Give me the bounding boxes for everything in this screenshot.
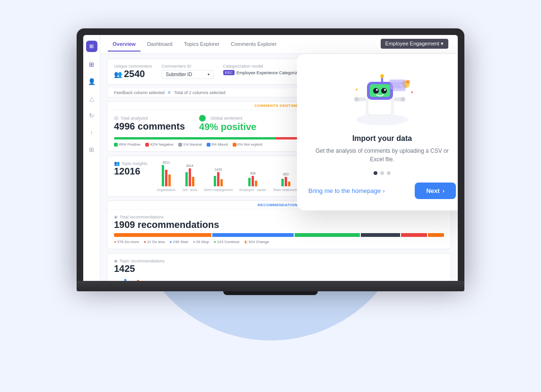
svg-point-16	[406, 80, 410, 84]
app-layout: III ⊞ 👤 △ ↻ ↑ ⊞ Overview Dashboard Topic…	[83, 35, 458, 281]
topic-insights-value: 12016	[114, 166, 148, 177]
popup-title: Import your data	[352, 134, 412, 143]
tab-topics[interactable]: Topics Explorer	[179, 37, 224, 52]
dot-2[interactable]	[380, 171, 384, 175]
chart-group-job: 2814 Job · work	[182, 164, 197, 192]
rec-bar-change	[361, 233, 400, 237]
app-logo[interactable]: III	[86, 41, 97, 52]
bar-positive	[114, 137, 276, 139]
legend-negative: 42% Negative	[145, 142, 174, 147]
tab-comments[interactable]: Comments Explorer	[226, 37, 281, 52]
svg-rect-2	[368, 98, 392, 115]
chevron-down-icon: ▾	[208, 72, 209, 77]
total-analyzed-label: Total analyzed	[121, 116, 148, 121]
topic-rec-label: Topic recommendations	[120, 259, 165, 263]
svg-point-12	[354, 97, 359, 102]
chevron-right-icon: ›	[383, 187, 384, 194]
chart-group-management: 1420 Direct management	[204, 168, 233, 192]
categorization-value: Employee Experience Categorization	[236, 70, 306, 75]
arrow-right-icon: ›	[443, 187, 445, 194]
legend-start: ● 236 Start	[170, 240, 188, 244]
rec-bar-stop	[428, 233, 444, 237]
popup-footer: Bring me to the homepage › Next ›	[308, 183, 456, 199]
global-sentiment-label: Global sentiment	[210, 116, 243, 121]
commenters-id-select[interactable]: Submitter ID ▾	[162, 70, 214, 79]
legend-dot-negative	[145, 143, 149, 147]
tab-overview[interactable]: Overview	[108, 37, 140, 52]
sidebar-icon-home[interactable]: ⊞	[87, 60, 96, 69]
sidebar: III ⊞ 👤 △ ↻ ↑ ⊞	[83, 35, 100, 281]
dot-3[interactable]	[387, 171, 391, 175]
legend-continue: ● 123 Continue	[214, 240, 239, 244]
bar-emp-orange	[255, 181, 257, 186]
bar-job-orange	[192, 177, 194, 186]
popup-description: Get the analysis of comments by uploadin…	[308, 147, 456, 164]
topic-rec-body: ◈ Topic recommendations 1425	[107, 253, 451, 281]
svg-rect-4	[370, 84, 390, 97]
rec-bar-do-less	[401, 233, 427, 237]
sidebar-icon-refresh[interactable]: ↻	[87, 111, 96, 120]
legend-dot-positive	[114, 143, 118, 147]
bar-mgmt-green	[214, 176, 216, 186]
import-data-popup: ✦ ✦ Import your data Get the	[297, 54, 458, 210]
sidebar-icon-grid[interactable]: ⊞	[87, 145, 96, 154]
topic-recommendations-card: ◈ Topic recommendations 1425	[107, 253, 451, 281]
unique-commenters-label: Unique commenters	[114, 64, 152, 69]
chart-group-employee: 908 Employee · career	[239, 172, 266, 192]
topic-rec-chart	[114, 276, 444, 281]
eec-tag: EEC	[223, 70, 235, 75]
recommendations-label: Total recommendations	[120, 215, 164, 219]
rec-bar-start	[212, 233, 294, 237]
chart-group-team: 853 Team relationship	[273, 173, 299, 192]
svg-text:✦: ✦	[410, 90, 414, 95]
legend-dot-neutral	[178, 143, 182, 147]
bar-team-green	[281, 179, 284, 186]
unique-commenters-stat: Unique commenters 👥 2540	[114, 64, 152, 79]
svg-point-10	[380, 74, 384, 78]
svg-point-8	[384, 89, 386, 91]
svg-point-7	[376, 89, 378, 91]
svg-point-5	[373, 88, 379, 94]
categorization-field: Categorization model EEC Employee Experi…	[223, 64, 307, 75]
topic-stat: 👥 Topic Insights 12016	[114, 161, 148, 179]
popup-dots	[374, 171, 391, 175]
unique-commenters-value: 2540	[124, 69, 145, 79]
laptop-bezel: III ⊞ 👤 △ ↻ ↑ ⊞ Overview Dashboard Topic…	[77, 28, 464, 281]
columns-selected-text: Total of 2 columns selected	[174, 90, 226, 95]
sentiment-icon	[199, 115, 206, 122]
bar-org-red	[165, 170, 167, 186]
legend-change: ◐ 924 Change	[244, 240, 270, 244]
global-sentiment-value: 49% positive	[199, 122, 256, 132]
dot-1[interactable]	[374, 171, 377, 175]
laptop-mockup: III ⊞ 👤 △ ↻ ↑ ⊞ Overview Dashboard Topic…	[77, 28, 464, 291]
legend-not-explicit: 6% Not explicit	[233, 142, 262, 147]
chart-group-organization: 4011 Organization	[157, 161, 176, 192]
sidebar-icon-chart[interactable]: △	[87, 94, 96, 103]
bar-emp-red	[252, 176, 254, 186]
robot-illustration: ✦ ✦	[344, 65, 420, 127]
legend-do-more: ● 576 Do more	[114, 240, 139, 244]
laptop-base	[77, 281, 464, 291]
employee-engagement-dropdown[interactable]: Employee Engagement ▾	[381, 39, 448, 49]
laptop-screen: III ⊞ 👤 △ ↻ ↑ ⊞ Overview Dashboard Topic…	[83, 35, 458, 281]
recommendations-value: 1909 recommendations	[114, 219, 444, 230]
tab-dashboard[interactable]: Dashboard	[142, 37, 177, 52]
recommendations-body: ◈ Total recommendations 1909 recommendat…	[107, 209, 451, 249]
recommendations-bar	[114, 233, 444, 237]
bar-team-orange	[288, 182, 290, 186]
homepage-link[interactable]: Bring me to the homepage ›	[308, 187, 385, 194]
main-content: Overview Dashboard Topics Explorer Comme…	[100, 35, 458, 281]
bar-mgmt-orange	[220, 179, 223, 186]
legend-positive: 49% Positive	[114, 142, 140, 147]
bar-job-green	[185, 172, 188, 186]
next-button[interactable]: Next ›	[415, 183, 456, 199]
sidebar-icon-user[interactable]: 👤	[87, 77, 96, 86]
categorization-label: Categorization model	[223, 64, 307, 69]
sidebar-icon-upload[interactable]: ↑	[87, 128, 96, 137]
bar-team-red	[285, 177, 287, 186]
legend-mixed: 3% Mixed	[207, 142, 228, 147]
top-nav: Overview Dashboard Topics Explorer Comme…	[100, 35, 458, 54]
legend-stop: » 29 Stop	[193, 240, 209, 244]
commenters-id-label: Commenters ID	[162, 64, 214, 69]
bar-mgmt-red	[217, 172, 219, 186]
